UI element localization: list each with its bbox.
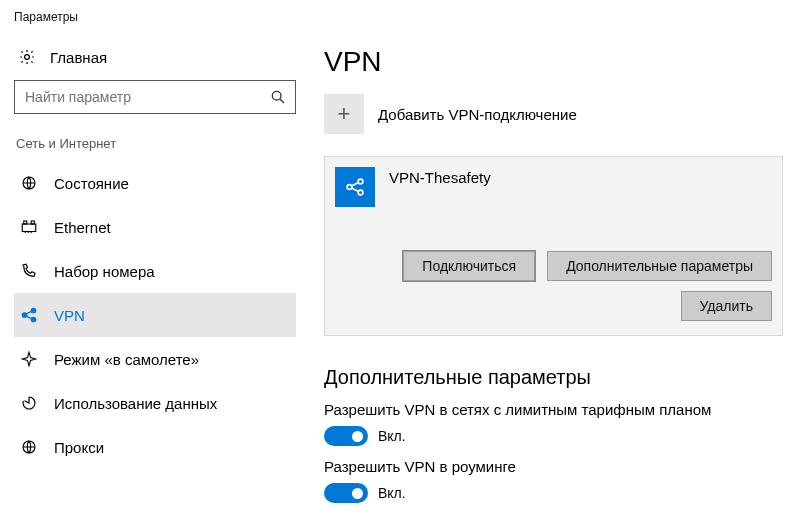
svg-point-1 (272, 91, 281, 100)
sidebar-item-label: Использование данных (54, 395, 217, 412)
vpn-connection-icon (335, 167, 375, 207)
toggle-roaming-label: Разрешить VPN в роуминге (324, 458, 783, 475)
svg-point-10 (22, 313, 27, 318)
sidebar-item-dialup[interactable]: Набор номера (14, 249, 296, 293)
vpn-connection-card[interactable]: VPN-Thesafety Подключиться Дополнительны… (324, 156, 783, 336)
home-link[interactable]: Главная (14, 40, 296, 80)
svg-point-0 (25, 55, 30, 60)
connect-button[interactable]: Подключиться (403, 251, 535, 281)
add-vpn-button[interactable]: + Добавить VPN-подключение (324, 94, 783, 134)
sidebar: Главная Сеть и Интернет Состояние Ethern… (0, 32, 310, 531)
home-label: Главная (50, 49, 107, 66)
toggle-metered: Разрешить VPN в сетях с лимитным тарифны… (324, 401, 783, 446)
sidebar-item-label: VPN (54, 307, 85, 324)
gear-icon (18, 48, 36, 66)
toggle-metered-label: Разрешить VPN в сетях с лимитным тарифны… (324, 401, 783, 418)
svg-line-19 (352, 183, 359, 186)
vpn-icon (20, 306, 38, 324)
sidebar-item-label: Режим «в самолете» (54, 351, 199, 368)
sidebar-item-data-usage[interactable]: Использование данных (14, 381, 296, 425)
search-input[interactable] (15, 89, 261, 105)
main-panel: VPN + Добавить VPN-подключение VPN-Thesa… (310, 32, 797, 531)
svg-point-11 (31, 308, 36, 313)
svg-point-18 (358, 190, 363, 195)
airplane-icon (20, 350, 38, 368)
sidebar-item-label: Состояние (54, 175, 129, 192)
svg-rect-4 (22, 224, 36, 232)
remove-button[interactable]: Удалить (681, 291, 772, 321)
sidebar-item-airplane[interactable]: Режим «в самолете» (14, 337, 296, 381)
svg-rect-5 (24, 221, 27, 224)
svg-rect-6 (31, 221, 34, 224)
category-header: Сеть и Интернет (16, 136, 296, 151)
ethernet-icon (20, 218, 38, 236)
advanced-options-button[interactable]: Дополнительные параметры (547, 251, 772, 281)
plus-icon: + (324, 94, 364, 134)
toggle-roaming-state: Вкл. (378, 485, 406, 501)
search-icon[interactable] (261, 81, 295, 113)
data-usage-icon (20, 394, 38, 412)
svg-line-2 (280, 99, 284, 103)
sidebar-item-label: Прокси (54, 439, 104, 456)
toggle-roaming: Разрешить VPN в роуминге Вкл. (324, 458, 783, 503)
svg-line-20 (352, 188, 359, 191)
network-status-icon (20, 174, 38, 192)
sidebar-item-proxy[interactable]: Прокси (14, 425, 296, 469)
sidebar-item-status[interactable]: Состояние (14, 161, 296, 205)
svg-point-12 (31, 317, 36, 322)
toggle-metered-state: Вкл. (378, 428, 406, 444)
additional-params-heading: Дополнительные параметры (324, 366, 783, 389)
svg-point-17 (358, 179, 363, 184)
sidebar-item-label: Набор номера (54, 263, 155, 280)
sidebar-item-label: Ethernet (54, 219, 111, 236)
add-vpn-label: Добавить VPN-подключение (378, 106, 577, 123)
sidebar-item-vpn[interactable]: VPN (14, 293, 296, 337)
svg-point-16 (347, 185, 352, 190)
dialup-icon (20, 262, 38, 280)
toggle-metered-switch[interactable] (324, 426, 368, 446)
page-heading: VPN (324, 46, 783, 78)
svg-line-13 (26, 311, 31, 313)
sidebar-item-ethernet[interactable]: Ethernet (14, 205, 296, 249)
proxy-icon (20, 438, 38, 456)
vpn-connection-name: VPN-Thesafety (389, 169, 491, 186)
toggle-roaming-switch[interactable] (324, 483, 368, 503)
search-box[interactable] (14, 80, 296, 114)
svg-line-14 (26, 316, 31, 318)
window-title: Параметры (0, 0, 797, 32)
